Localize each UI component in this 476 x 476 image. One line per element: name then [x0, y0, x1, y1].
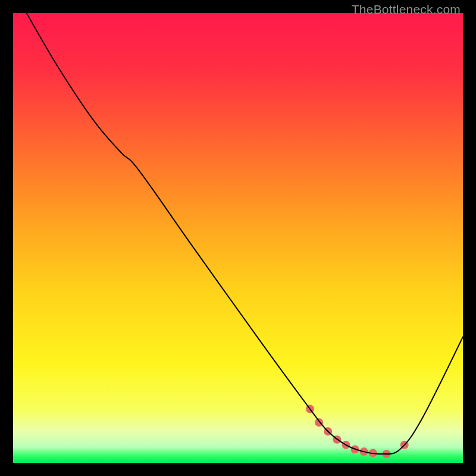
- watermark-text: TheBottleneck.com: [352, 2, 461, 17]
- bottleneck-chart: [13, 13, 463, 463]
- gradient-background: [13, 13, 463, 463]
- chart-frame: [13, 13, 463, 463]
